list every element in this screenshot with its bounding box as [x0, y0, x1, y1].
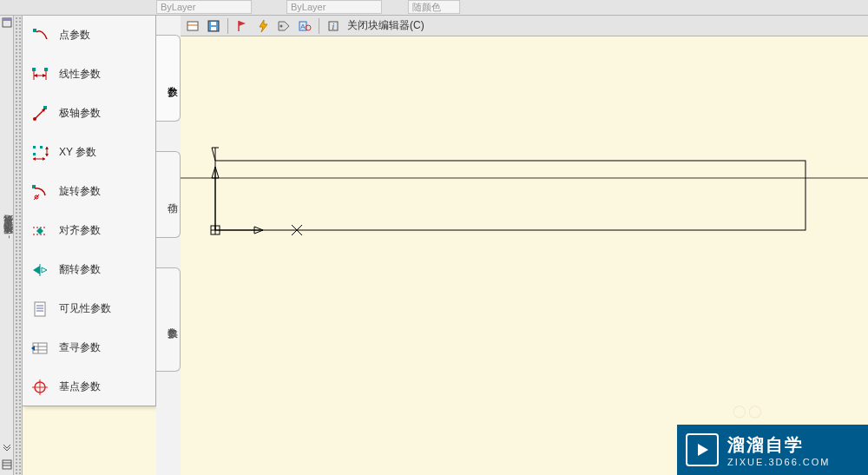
- palette-menu-icon[interactable]: [2, 17, 12, 28]
- close-block-editor-button[interactable]: 关闭块编辑器(C): [347, 18, 424, 33]
- prop-lineweight[interactable]: ByLayer: [286, 0, 382, 14]
- svg-point-16: [33, 117, 36, 121]
- svg-marker-32: [33, 266, 40, 274]
- svg-rect-1: [3, 18, 11, 21]
- svg-marker-25: [45, 154, 49, 156]
- svg-marker-34: [42, 267, 47, 273]
- svg-point-56: [280, 24, 283, 27]
- svg-rect-18: [40, 146, 43, 148]
- toolbar-flag-icon[interactable]: [233, 17, 251, 35]
- tab-paramsets[interactable]: 参数集: [156, 267, 181, 372]
- param-polar[interactable]: 极轴参数: [23, 94, 155, 133]
- param-lookup[interactable]: 查寻参数: [23, 328, 155, 367]
- property-strip: ByLayer ByLayer 随颜色: [0, 0, 868, 16]
- parameter-palette: 点参数 线性参数 极轴参数 XY 参数 旋转参数 对齐参数 翻转参数: [23, 16, 156, 406]
- toolbar-separator: [319, 18, 319, 34]
- toolbar-attribute-icon[interactable]: A: [296, 17, 313, 35]
- toolbar-separator: [227, 18, 228, 34]
- block-editor-toolbar: A i 关闭块编辑器(C): [181, 16, 868, 36]
- xy-param-icon: [31, 144, 49, 162]
- svg-rect-17: [33, 146, 36, 148]
- param-label: XY 参数: [59, 145, 96, 160]
- lookup-param-icon: [31, 340, 49, 357]
- tab-actions[interactable]: 动作: [156, 151, 181, 238]
- palette-tab-strip: 参数 动作 参数集: [156, 16, 181, 475]
- svg-rect-50: [211, 22, 216, 25]
- svg-marker-12: [43, 74, 46, 77]
- watermark-banner: 溜溜自学 ZIXUE.3D66.COM: [677, 425, 868, 475]
- param-label: 点参数: [59, 28, 90, 43]
- svg-rect-51: [211, 27, 216, 30]
- toolbar-lightning-icon[interactable]: [254, 17, 272, 35]
- svg-rect-62: [215, 161, 806, 230]
- rotation-param-icon: [31, 183, 49, 201]
- svg-rect-47: [187, 22, 198, 30]
- point-param-icon: [31, 27, 49, 44]
- svg-marker-74: [698, 444, 708, 456]
- tab-parameters[interactable]: 参数: [156, 35, 181, 122]
- svg-rect-39: [33, 343, 47, 353]
- prop-color[interactable]: 随颜色: [408, 0, 460, 14]
- param-basepoint[interactable]: 基点参数: [23, 367, 155, 406]
- flip-param-icon: [31, 261, 49, 279]
- svg-marker-21: [33, 157, 36, 161]
- param-visibility[interactable]: 可见性参数: [23, 289, 155, 328]
- param-label: 线性参数: [59, 67, 101, 82]
- param-label: 旋转参数: [59, 184, 101, 199]
- svg-marker-31: [36, 228, 43, 234]
- alignment-param-icon: [31, 222, 49, 240]
- svg-rect-7: [44, 68, 48, 71]
- palette-grip[interactable]: [14, 16, 23, 475]
- prop-linetype[interactable]: ByLayer: [156, 0, 252, 14]
- param-xy[interactable]: XY 参数: [23, 133, 155, 172]
- svg-rect-6: [32, 68, 36, 71]
- param-label: 可见性参数: [59, 301, 111, 316]
- watermark-title: 溜溜自学: [727, 433, 830, 457]
- param-label: 基点参数: [59, 379, 101, 394]
- param-linear[interactable]: 线性参数: [23, 55, 155, 94]
- svg-marker-22: [43, 157, 45, 161]
- svg-marker-24: [45, 147, 49, 149]
- toolbar-tag-icon[interactable]: [275, 17, 293, 35]
- palette-properties-icon[interactable]: [2, 459, 12, 470]
- svg-rect-19: [33, 153, 36, 155]
- toolbar-info-icon[interactable]: i: [325, 17, 342, 35]
- polar-param-icon: [31, 105, 49, 122]
- param-point[interactable]: 点参数: [23, 16, 155, 55]
- watermark-url: ZIXUE.3D66.COM: [727, 457, 830, 467]
- play-icon: [686, 433, 719, 466]
- canvas-svg: [181, 36, 868, 475]
- basepoint-param-icon: [31, 379, 49, 396]
- drawing-canvas[interactable]: [181, 36, 868, 475]
- toolbar-save-icon[interactable]: [205, 17, 222, 35]
- palette-rail: 块编写选项板 - 所有选项板: [0, 16, 14, 475]
- param-alignment[interactable]: 对齐参数: [23, 211, 155, 250]
- param-label: 极轴参数: [59, 106, 101, 121]
- param-label: 翻转参数: [59, 262, 101, 277]
- svg-text:i: i: [332, 22, 335, 31]
- param-label: 查寻参数: [59, 340, 101, 355]
- linear-param-icon: [31, 66, 49, 83]
- palette-rail-label: 块编写选项板 - 所有选项板: [2, 233, 15, 241]
- param-flip[interactable]: 翻转参数: [23, 250, 155, 289]
- palette-collapse-icon[interactable]: [2, 442, 12, 452]
- svg-rect-5: [33, 29, 36, 32]
- svg-text:A: A: [300, 23, 306, 30]
- svg-marker-54: [260, 20, 267, 32]
- visibility-param-icon: [31, 300, 49, 318]
- param-label: 对齐参数: [59, 223, 101, 238]
- toolbar-block-icon[interactable]: [184, 17, 201, 35]
- ghost-mark: ◯◯: [733, 404, 764, 418]
- param-rotation[interactable]: 旋转参数: [23, 172, 155, 211]
- svg-marker-11: [34, 74, 37, 77]
- svg-rect-2: [3, 460, 11, 469]
- svg-rect-35: [35, 302, 45, 316]
- svg-marker-53: [239, 21, 246, 26]
